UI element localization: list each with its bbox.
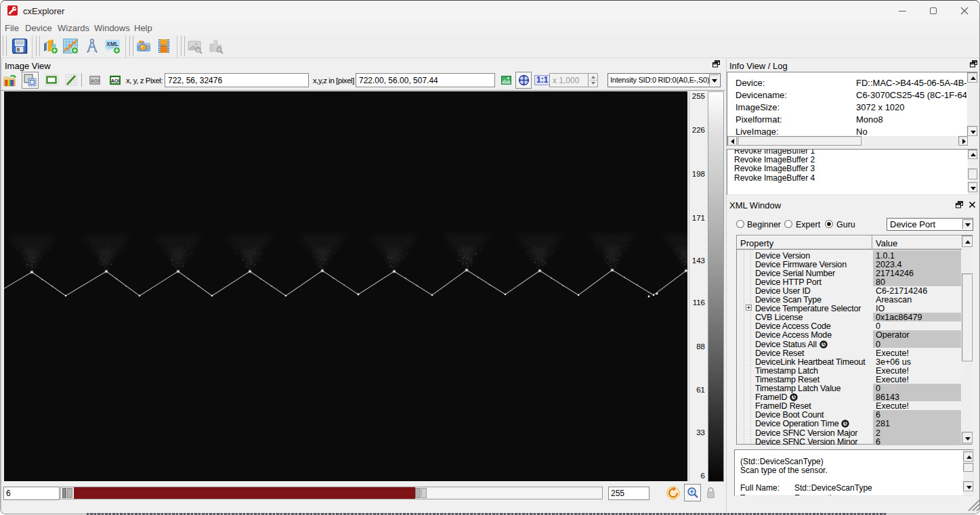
- svg-text:AOI: AOI: [111, 79, 120, 83]
- svg-text:XML: XML: [106, 41, 119, 47]
- svg-text:AOI: AOI: [91, 79, 100, 83]
